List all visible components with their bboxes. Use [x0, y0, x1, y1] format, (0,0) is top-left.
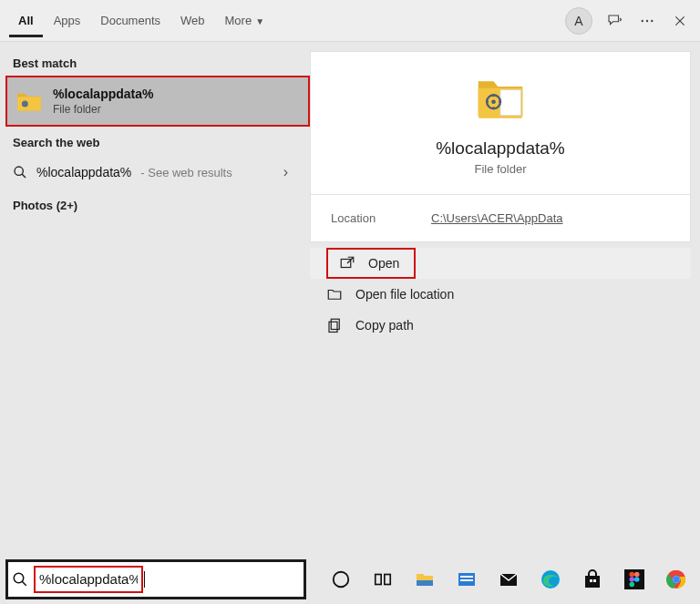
results-panel: Best match %localappdata% File folder Se… — [0, 42, 310, 552]
search-icon — [8, 571, 32, 588]
svg-point-11 — [491, 99, 496, 104]
chrome-icon[interactable] — [664, 567, 689, 592]
web-result-query: %localappdata% — [36, 165, 131, 179]
svg-rect-27 — [593, 579, 596, 582]
feedback-icon[interactable] — [603, 10, 625, 32]
svg-rect-19 — [385, 574, 390, 584]
svg-point-0 — [642, 19, 643, 21]
svg-rect-9 — [500, 90, 520, 116]
search-tabs: All Apps Documents Web More▼ — [9, 5, 273, 37]
action-open-row[interactable]: Open — [310, 248, 691, 279]
preview-actions: Open Open file location Copy path — [310, 248, 691, 341]
folder-icon — [16, 90, 42, 112]
svg-rect-14 — [329, 322, 337, 332]
best-match-label: Best match — [0, 47, 310, 76]
preview-subtitle: File folder — [329, 162, 672, 176]
open-highlight: Open — [326, 248, 416, 279]
tab-web[interactable]: Web — [171, 5, 214, 37]
location-path[interactable]: C:\Users\ACER\AppData — [431, 211, 563, 225]
taskbar — [310, 554, 700, 604]
tab-more-label: More — [225, 14, 252, 27]
best-match-item[interactable]: %localappdata% File folder — [7, 77, 308, 125]
svg-point-1 — [646, 19, 648, 21]
preview-panel: %localappdata% File folder Location C:\U… — [310, 42, 700, 552]
edge-icon[interactable] — [538, 567, 563, 592]
photos-label[interactable]: Photos (2+) — [0, 189, 310, 218]
best-match-title: %localappdata% — [53, 87, 153, 101]
location-row: Location C:\Users\ACER\AppData — [311, 195, 690, 241]
preview-title: %localappdata% — [329, 138, 672, 159]
svg-point-33 — [630, 581, 635, 587]
search-box[interactable] — [5, 559, 306, 599]
best-match-subtitle: File folder — [53, 103, 153, 116]
top-right-icons: A — [565, 7, 691, 35]
svg-rect-12 — [341, 260, 351, 268]
search-icon — [13, 165, 27, 179]
svg-rect-18 — [376, 574, 381, 584]
svg-point-15 — [14, 573, 24, 583]
svg-rect-13 — [331, 319, 339, 329]
svg-point-2 — [651, 19, 653, 21]
svg-point-37 — [674, 576, 680, 582]
word-icon[interactable] — [454, 567, 479, 592]
file-explorer-icon[interactable] — [412, 567, 438, 592]
svg-point-17 — [334, 571, 349, 587]
more-icon[interactable] — [636, 10, 658, 32]
folder-open-icon — [326, 286, 343, 302]
tab-more[interactable]: More▼ — [216, 5, 274, 37]
location-label: Location — [331, 211, 431, 225]
folder-large-icon — [475, 75, 526, 122]
figma-icon[interactable] — [622, 567, 647, 592]
tab-documents[interactable]: Documents — [91, 5, 170, 37]
open-icon — [339, 255, 355, 271]
searchbox-container — [0, 556, 310, 603]
best-match-text: %localappdata% File folder — [53, 87, 153, 116]
svg-line-8 — [22, 174, 26, 178]
web-result-hint: - See web results — [140, 166, 232, 179]
action-open-label: Open — [368, 256, 399, 271]
best-match-highlight: %localappdata% File folder — [5, 76, 310, 127]
task-view-icon[interactable] — [370, 567, 396, 592]
svg-point-7 — [15, 167, 23, 175]
svg-rect-22 — [460, 579, 473, 581]
svg-line-16 — [22, 581, 26, 586]
tab-all[interactable]: All — [9, 5, 43, 37]
top-bar: All Apps Documents Web More▼ A — [0, 0, 700, 42]
preview-card: %localappdata% File folder Location C:\U… — [310, 51, 691, 242]
svg-rect-26 — [590, 579, 592, 582]
action-copy-path-label: Copy path — [355, 318, 414, 333]
cortana-icon[interactable] — [328, 567, 354, 592]
close-icon[interactable] — [669, 10, 691, 32]
mail-icon[interactable] — [496, 567, 521, 592]
svg-rect-21 — [460, 576, 473, 578]
search-web-label: Search the web — [0, 127, 310, 155]
action-open-location[interactable]: Open file location — [310, 279, 691, 310]
copy-icon — [326, 317, 343, 333]
action-copy-path[interactable]: Copy path — [310, 310, 691, 341]
store-icon[interactable] — [580, 567, 605, 592]
bottom-bar — [0, 554, 700, 604]
text-cursor — [144, 571, 145, 588]
action-open-location-label: Open file location — [355, 287, 454, 302]
chevron-right-icon: › — [283, 164, 288, 180]
svg-rect-6 — [24, 102, 26, 106]
svg-point-31 — [630, 577, 635, 582]
svg-point-29 — [630, 571, 635, 577]
svg-point-30 — [634, 571, 640, 577]
chevron-down-icon: ▼ — [255, 16, 264, 26]
tab-apps[interactable]: Apps — [45, 5, 90, 37]
search-input-highlight — [34, 566, 143, 593]
main-area: Best match %localappdata% File folder Se… — [0, 42, 700, 552]
web-result-item[interactable]: %localappdata% - See web results › — [0, 155, 310, 189]
svg-point-32 — [634, 577, 640, 582]
search-input[interactable] — [39, 571, 138, 587]
avatar[interactable]: A — [565, 7, 592, 35]
